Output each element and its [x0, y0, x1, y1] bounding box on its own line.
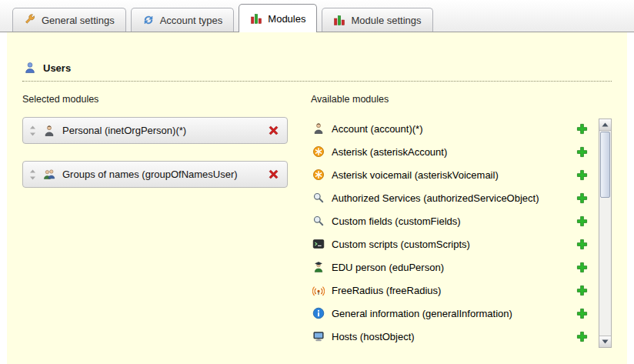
tab-general-settings[interactable]: General settings — [12, 8, 126, 32]
selected-modules-heading: Selected modules — [22, 94, 311, 105]
add-module-icon[interactable] — [576, 215, 588, 227]
asterisk-icon — [312, 145, 325, 158]
tab-account-types[interactable]: Account types — [131, 8, 235, 32]
drag-handle-icon[interactable] — [29, 169, 36, 180]
section-title: Users — [43, 62, 71, 74]
selected-modules-column: Selected modules Personal (inetOrgPerso — [22, 89, 311, 348]
bar-chart-icon — [333, 14, 345, 26]
scrollbar-thumb[interactable] — [600, 132, 610, 198]
add-module-icon[interactable] — [576, 169, 588, 181]
computer-icon — [312, 330, 325, 342]
available-module-account: Account (account)(*) — [311, 117, 599, 140]
selected-module-personal: Personal (inetOrgPerson)(*) — [22, 117, 288, 144]
available-module-edu-person: EDU person (eduPerson) — [311, 255, 599, 279]
arrow-down-icon — [602, 339, 609, 344]
available-module-label: Asterisk voicemail (asteriskVoicemail) — [332, 169, 499, 181]
add-module-icon[interactable] — [576, 239, 588, 250]
scroll-up-button[interactable] — [599, 119, 611, 131]
available-module-label: Account (account)(*) — [332, 123, 423, 135]
available-module-label: Custom fields (customFields) — [332, 215, 461, 227]
add-module-icon[interactable] — [576, 285, 588, 296]
modules-panel: Users Selected modules — [7, 32, 627, 364]
person-icon — [43, 125, 55, 137]
arrow-up-icon — [602, 122, 609, 127]
available-modules-list: Account (account)(*) — [311, 117, 599, 348]
asterisk-icon — [312, 169, 325, 181]
terminal-icon — [312, 238, 325, 250]
antenna-icon — [312, 284, 325, 296]
tab-label: Module settings — [351, 15, 421, 26]
available-module-label: Asterisk (asteriskAccount) — [332, 146, 447, 158]
selected-module-label: Personal (inetOrgPerson)(*) — [62, 125, 186, 136]
wrench-icon — [24, 14, 36, 26]
tab-module-settings[interactable]: Module settings — [322, 8, 432, 32]
bar-chart-icon — [250, 12, 262, 25]
user-icon — [24, 62, 36, 74]
selected-module-groups: Groups of names (groupOfNamesUser) — [22, 161, 288, 188]
available-module-hosts: Hosts (hostObject) — [311, 325, 599, 348]
tab-modules[interactable]: Modules — [239, 4, 317, 32]
available-module-asterisk: Asterisk (asteriskAccount) — [311, 140, 599, 163]
refresh-gear-icon — [142, 14, 155, 26]
tab-label: Account types — [160, 15, 223, 26]
available-module-asterisk-voicemail: Asterisk voicemail (asteriskVoicemail) — [311, 163, 599, 186]
search-icon — [312, 215, 325, 227]
available-module-authorized-services: Authorized Services (authorizedServiceOb… — [311, 186, 599, 209]
add-module-icon[interactable] — [576, 146, 588, 158]
selected-module-label: Groups of names (groupOfNamesUser) — [62, 169, 238, 180]
group-icon — [43, 169, 55, 181]
remove-module-icon[interactable] — [268, 169, 279, 180]
graduate-icon — [312, 261, 325, 273]
modules-columns: Selected modules Personal (inetOrgPerso — [22, 89, 612, 348]
search-icon — [312, 192, 325, 204]
add-module-icon[interactable] — [576, 192, 588, 204]
users-section-header: Users — [22, 32, 612, 82]
tab-label: Modules — [268, 13, 305, 25]
available-module-label: FreeRadius (freeRadius) — [332, 285, 441, 296]
add-module-icon[interactable] — [576, 262, 588, 273]
available-modules-scrollbar — [599, 119, 612, 348]
drag-handle-icon[interactable] — [29, 125, 36, 136]
available-module-custom-fields: Custom fields (customFields) — [311, 209, 599, 232]
remove-module-icon[interactable] — [268, 125, 279, 136]
available-modules-heading: Available modules — [311, 94, 612, 105]
available-module-label: Custom scripts (customScripts) — [332, 239, 470, 250]
available-module-label: Authorized Services (authorizedServiceOb… — [332, 192, 539, 204]
available-module-custom-scripts: Custom scripts (customScripts) — [311, 232, 599, 255]
available-module-label: EDU person (eduPerson) — [332, 262, 444, 273]
tab-label: General settings — [42, 15, 115, 26]
available-modules-column: Available modules Account (account)(*) — [311, 89, 612, 348]
add-module-icon[interactable] — [576, 331, 588, 342]
available-module-freeradius: FreeRadius (freeRadius) — [311, 279, 599, 302]
available-module-general-information: General information (generalInformation) — [311, 302, 599, 325]
available-module-label: Hosts (hostObject) — [332, 331, 415, 342]
add-module-icon[interactable] — [576, 308, 588, 319]
person-icon — [312, 122, 325, 135]
tab-bar: General settings Account types Modules — [0, 0, 634, 32]
info-icon — [312, 307, 325, 319]
scroll-down-button[interactable] — [599, 336, 611, 347]
available-module-label: General information (generalInformation) — [332, 308, 512, 319]
add-module-icon[interactable] — [576, 123, 588, 135]
